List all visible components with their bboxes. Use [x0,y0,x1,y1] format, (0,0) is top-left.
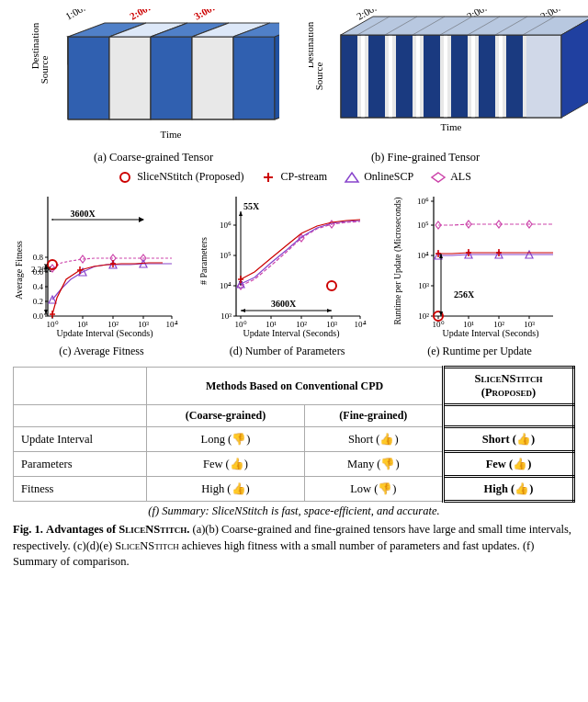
legend-als-label: ALS [450,170,471,184]
table-subheader-proposed-empty [444,405,574,427]
charts-row: Average Fitness 0.0 0.2 0.4 0.6 [13,187,575,343]
svg-text:10⁴: 10⁴ [355,320,367,329]
svg-text:10⁶: 10⁶ [417,197,429,206]
legend-onlinescp: OnlineSCP [344,170,413,184]
svg-text:2.26X: 2.26X [31,265,52,274]
caption-c: (c) Average Fitness [17,345,187,358]
chart-captions: (c) Average Fitness (d) Number of Parame… [13,345,575,358]
svg-text:0.4: 0.4 [33,282,44,291]
svg-rect-38 [506,35,523,118]
table-row-interval: Update Interval Long (👎) Short (👍) Short… [14,427,574,452]
svg-marker-6 [109,37,151,119]
svg-rect-37 [499,35,503,118]
svg-marker-9 [233,37,275,119]
svg-text:Update Interval (Seconds): Update Interval (Seconds) [243,328,340,339]
chart-runtime: Runtime per Update (Microseconds) 10² 10… [391,187,575,343]
chart-fitness: Average Fitness 0.0 0.2 0.4 0.6 [13,187,183,343]
svg-marker-5 [68,37,109,119]
svg-point-142 [327,281,336,290]
svg-text:Time: Time [161,129,182,140]
table-row-fitness: Fitness High (👍) Low (👎) High (👍) [14,477,574,502]
legend-als: ALS [430,170,471,184]
svg-rect-39 [526,35,561,118]
svg-text:Time: Time [441,121,462,132]
svg-rect-33 [444,35,447,118]
svg-text:2:00:00: 2:00:00 [128,9,162,22]
svg-marker-8 [192,37,233,119]
svg-text:Destination: Destination [309,21,315,68]
svg-marker-41 [341,17,588,35]
svg-text:0.0: 0.0 [33,311,44,321]
svg-rect-27 [361,35,365,118]
svg-text:Destination: Destination [29,22,40,69]
svg-text:0.2: 0.2 [33,297,43,306]
svg-text:Update Interval (Seconds): Update Interval (Seconds) [57,328,153,339]
fine-grained-diagram: 2:00:00 2:00:01 2:00:02 [309,9,575,147]
svg-marker-134 [241,309,245,312]
top-diagrams: 1:00:00 2:00:00 3:00:00 [13,9,575,147]
legend-slicenstitch-label: SliceNStitch (Proposed) [137,170,243,184]
legend-row: SliceNStitch (Proposed) CP-stream Online… [13,170,575,184]
svg-text:10⁵: 10⁵ [220,251,232,260]
svg-text:3:00:00: 3:00:00 [192,9,226,22]
svg-rect-34 [451,35,468,118]
legend-cpstream-label: CP-stream [280,170,327,184]
svg-marker-15 [275,23,279,119]
svg-rect-29 [389,35,392,118]
svg-rect-30 [396,35,413,118]
svg-marker-56 [345,173,358,182]
svg-text:3600X: 3600X [271,299,297,309]
table-subheader-fine: (Fine-grained) [304,405,443,427]
svg-text:10⁵: 10⁵ [417,221,429,230]
svg-text:10⁶: 10⁶ [220,221,232,230]
svg-text:0.8: 0.8 [33,253,44,262]
summary-table: Methods Based on Conventional CPD SliceN… [13,366,575,503]
svg-text:256X: 256X [454,289,475,300]
caption-fine: (b) Fine-grained Tensor [285,151,566,164]
svg-text:10³: 10³ [220,311,232,321]
table-row-parameters: Parameters Few (👍) Many (👎) Few (👍) [14,452,574,477]
svg-text:10²: 10² [418,311,429,321]
legend-slicenstitch: SliceNStitch (Proposed) [117,170,243,184]
chart-parameters: # Parameters 10³ 10⁴ 10⁵ 10⁶ 10⁰ [198,187,377,343]
table-header-cpd: Methods Based on Conventional CPD [147,368,444,405]
figure-caption: Fig. 1. Advantages of SliceNStitch. (a)(… [13,522,575,571]
svg-rect-32 [424,35,440,118]
svg-text:1:00:00: 1:00:00 [63,9,96,22]
svg-rect-28 [368,35,385,118]
svg-marker-135 [327,309,332,312]
coarse-grained-diagram: 1:00:00 2:00:00 3:00:00 [13,9,279,147]
svg-rect-36 [479,35,495,118]
svg-point-53 [120,173,130,182]
svg-text:3600X: 3600X [70,209,96,219]
caption-d: (d) Number of Parameters [198,345,377,358]
caption-f: (f) Summary: SliceNStitch is fast, space… [13,504,575,518]
svg-marker-57 [432,173,445,182]
svg-text:10⁴: 10⁴ [166,320,178,329]
legend-cpstream: CP-stream [260,170,327,184]
svg-rect-31 [416,35,420,118]
svg-rect-35 [471,35,475,118]
table-header-proposed: SliceNStitch(Proposed) [444,368,574,405]
svg-text:10⁴: 10⁴ [417,251,429,260]
svg-marker-7 [151,37,192,119]
svg-marker-131 [239,211,243,216]
svg-text:# Parameters: # Parameters [198,237,209,285]
svg-text:Average Fitness: Average Fitness [14,241,24,300]
svg-text:55X: 55X [243,201,260,211]
svg-rect-26 [341,35,357,118]
caption-coarse: (a) Coarse-grained Tensor [22,151,285,164]
svg-text:10⁴: 10⁴ [220,281,232,290]
table-subheader-coarse: (Coarse-grained) [147,405,305,427]
svg-text:Runtime per Update (Microsecon: Runtime per Update (Microseconds) [393,197,403,324]
svg-text:Update Interval (Seconds): Update Interval (Seconds) [443,328,539,339]
svg-text:10³: 10³ [418,281,429,290]
legend-onlinescp-label: OnlineSCP [364,170,413,184]
caption-e: (e) Runtime per Update [388,345,571,358]
